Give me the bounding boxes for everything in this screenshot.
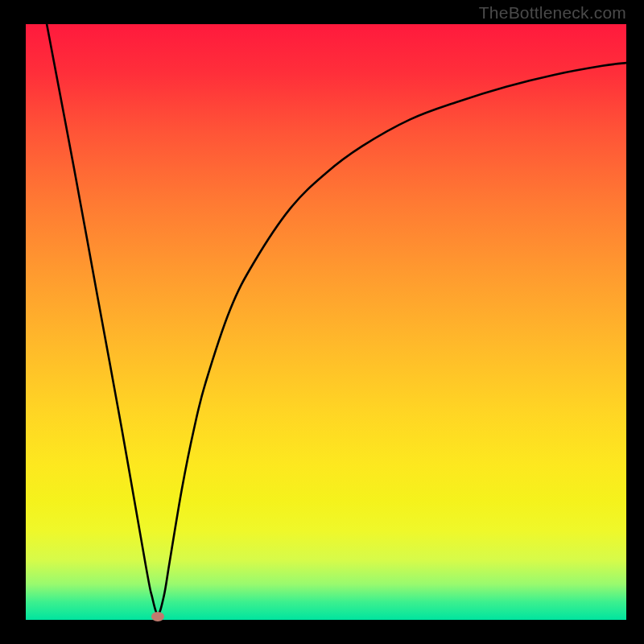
bottleneck-curve: [26, 24, 626, 620]
watermark-text: TheBottleneck.com: [479, 3, 626, 23]
optimal-point-marker: [151, 612, 164, 621]
